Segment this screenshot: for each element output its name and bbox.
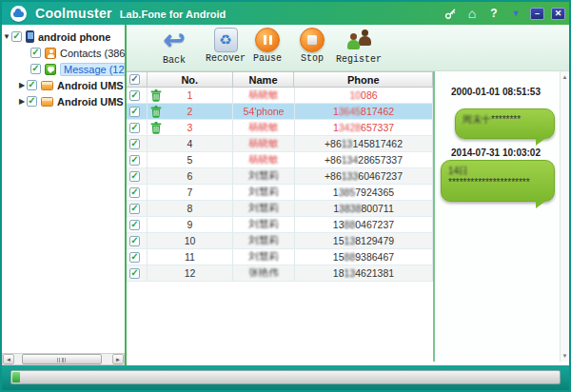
register-users-icon xyxy=(345,28,373,53)
table-row[interactable]: ✓ 8 刘慧莉 13838800711 xyxy=(127,201,433,217)
contacts-icon xyxy=(45,48,56,59)
table-row[interactable]: ✓ 10 刘慧莉 15138129479 xyxy=(127,233,433,249)
message-bubble: 14日********************** xyxy=(441,160,555,202)
sidebar-item-contacts[interactable]: ✓ Contacts (386) xyxy=(2,45,126,61)
table-row[interactable]: ✓ 3 杨晓敏 13428657337 xyxy=(127,120,433,136)
row-checkbox[interactable]: ✓ xyxy=(129,155,140,166)
titlebar: Coolmuster Lab.Fone for Android ⌂ ? ▼ – … xyxy=(2,2,569,25)
status-bar xyxy=(2,365,569,390)
brand-name: Coolmuster xyxy=(35,6,112,21)
back-button[interactable]: ↩ Back xyxy=(147,27,202,69)
table-header: ✓ No. Name Phone xyxy=(127,71,433,88)
col-no[interactable]: No. xyxy=(148,72,233,87)
table-row[interactable]: ✓ 9 刘慧莉 13880467237 xyxy=(127,217,433,233)
table-row[interactable]: ✓ 5 杨晓敏 +8613428657337 xyxy=(127,152,433,168)
scrollbar-thumb[interactable] xyxy=(22,354,102,364)
sidebar: ▼ ✓ android phone ✓ Contacts (386) ✓ Mes… xyxy=(2,25,126,365)
scroll-down-icon[interactable]: ▼ xyxy=(561,351,569,361)
col-name[interactable]: Name xyxy=(233,72,295,87)
message-timestamp: 2014-07-31 10:03:02 xyxy=(435,147,557,158)
progress-bar xyxy=(10,370,561,384)
deleted-trash-icon xyxy=(150,106,162,120)
message-table: ✓ 1 杨晓敏 10086 ✓ 2 54'phone 13645817462 ✓… xyxy=(127,88,433,282)
progress-fill xyxy=(12,372,20,382)
table-row[interactable]: ✓ 4 杨晓敏 +8613145817462 xyxy=(127,136,433,152)
table-row-selected[interactable]: ✓ 2 54'phone 13645817462 xyxy=(127,104,433,120)
table-row[interactable]: ✓ 6 刘慧莉 +8613360467237 xyxy=(127,168,433,185)
key-icon[interactable] xyxy=(443,6,458,21)
message-timestamp: 2000-01-01 08:51:53 xyxy=(435,87,557,97)
deleted-trash-icon xyxy=(150,122,162,136)
col-phone[interactable]: Phone xyxy=(294,72,432,87)
recover-icon: ♻ xyxy=(214,28,238,52)
main-area: ↩ Back ♻ Recover Pause Stop Register xyxy=(125,25,569,365)
table-row[interactable]: ✓ 11 刘慧莉 15889386467 xyxy=(127,249,433,265)
tree-checkbox[interactable]: ✓ xyxy=(27,96,37,107)
register-button[interactable]: Register xyxy=(331,27,386,69)
back-arrow-icon: ↩ xyxy=(164,27,186,54)
row-checkbox[interactable]: ✓ xyxy=(129,187,140,198)
row-checkbox[interactable]: ✓ xyxy=(129,123,140,133)
app-logo-icon xyxy=(10,6,27,22)
row-checkbox[interactable]: ✓ xyxy=(129,90,140,101)
titlebar-controls: ⌂ ? ▼ – ✕ xyxy=(443,2,565,25)
row-checkbox[interactable]: ✓ xyxy=(129,204,140,214)
drive-icon xyxy=(41,97,53,107)
expander-closed-icon[interactable]: ▶ xyxy=(17,81,27,89)
scroll-up-icon[interactable]: ▲ xyxy=(561,72,569,82)
tree-checkbox[interactable]: ✓ xyxy=(30,48,41,58)
scroll-left-icon[interactable]: ◄ xyxy=(3,354,14,364)
sidebar-item-android-ums-2[interactable]: ▶ ✓ Android UMS Com... xyxy=(2,93,126,109)
table-row[interactable]: ✓ 7 刘慧莉 13857924365 xyxy=(127,185,433,201)
select-all-cell: ✓ xyxy=(127,72,148,87)
row-checkbox[interactable]: ✓ xyxy=(129,171,140,182)
row-checkbox[interactable]: ✓ xyxy=(129,268,140,279)
table-row[interactable]: ✓ 1 杨晓敏 10086 xyxy=(127,88,433,104)
scroll-right-icon[interactable]: ► xyxy=(112,354,124,364)
message-icon xyxy=(45,64,56,75)
expander-open-icon[interactable]: ▼ xyxy=(2,32,11,41)
tree-checkbox[interactable]: ✓ xyxy=(27,80,37,90)
home-icon[interactable]: ⌂ xyxy=(464,6,480,21)
close-button[interactable]: ✕ xyxy=(551,8,565,20)
toolbar: ↩ Back ♻ Recover Pause Stop Register xyxy=(127,25,569,71)
app-window: Coolmuster Lab.Fone for Android ⌂ ? ▼ – … xyxy=(0,0,571,392)
row-checkbox[interactable]: ✓ xyxy=(129,236,140,246)
tree-checkbox[interactable]: ✓ xyxy=(11,31,22,42)
row-checkbox[interactable]: ✓ xyxy=(129,107,140,117)
selected-tree-label: Message (12) xyxy=(60,63,126,76)
select-all-checkbox[interactable]: ✓ xyxy=(129,74,140,85)
row-checkbox[interactable]: ✓ xyxy=(129,139,140,149)
tree-checkbox[interactable]: ✓ xyxy=(30,64,41,74)
pause-icon xyxy=(255,28,280,52)
row-checkbox[interactable]: ✓ xyxy=(129,252,140,263)
sidebar-item-android-phone[interactable]: ▼ ✓ android phone xyxy=(2,29,126,45)
table-row[interactable]: ✓ 12 张艳伟 18134621381 xyxy=(127,265,433,282)
sidebar-horizontal-scrollbar[interactable]: ◄ ► xyxy=(2,353,125,365)
minimize-button[interactable]: – xyxy=(530,8,544,20)
scrollbar-track[interactable] xyxy=(14,354,112,364)
sidebar-item-message[interactable]: ✓ Message (12) xyxy=(2,61,126,77)
help-icon[interactable]: ? xyxy=(486,6,502,21)
phone-device-icon xyxy=(26,30,34,43)
message-preview-panel: 2000-01-01 08:51:53 周末十******** 2014-07-… xyxy=(435,71,569,362)
deleted-trash-icon xyxy=(150,89,162,104)
stop-icon xyxy=(300,28,325,52)
message-bubble: 周末十******** xyxy=(455,108,555,139)
preview-vertical-scrollbar[interactable]: ▲ ▼ xyxy=(560,71,569,362)
drive-icon xyxy=(41,81,53,90)
sidebar-item-android-ums-1[interactable]: ▶ ✓ Android UMS Com... xyxy=(2,77,126,93)
app-title: Lab.Fone for Android xyxy=(120,9,226,20)
row-checkbox[interactable]: ✓ xyxy=(129,220,140,230)
expander-closed-icon[interactable]: ▶ xyxy=(17,97,27,106)
dropdown-caret-icon[interactable]: ▼ xyxy=(508,6,523,21)
